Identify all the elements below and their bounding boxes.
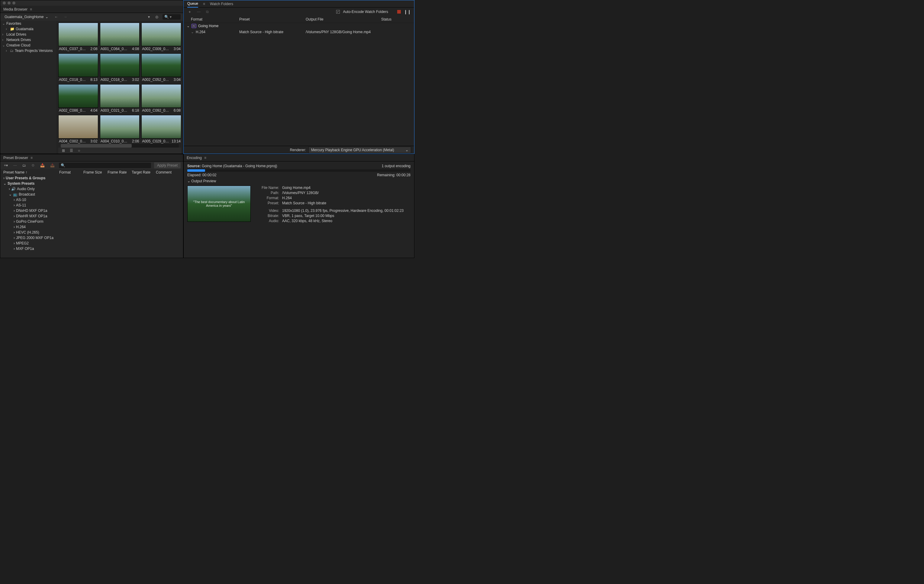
search-input[interactable]: 🔍 ▾ [163, 14, 181, 20]
clip-thumbnail [141, 84, 181, 108]
clip-thumbnail [141, 115, 181, 138]
preset-mxf[interactable]: ›MXF OP1a [0, 246, 183, 252]
creative-cloud-node[interactable]: ⌄Creative Cloud [0, 43, 56, 48]
add-source-icon[interactable]: ＋ [186, 9, 193, 15]
auto-encode-label: Auto-Encode Watch Folders [343, 10, 388, 14]
media-tree: ⌄Favorites ›📁Guatamala ›Local Drives ›Ne… [0, 21, 56, 154]
media-browser-panel: Media Browser ≡ Guatemala_GoingHome ⌄ ← … [0, 0, 183, 154]
local-drives-node[interactable]: ›Local Drives [0, 32, 56, 37]
preset-broadcast[interactable]: ⌄📺Broadcast [0, 192, 183, 197]
clip-item[interactable]: A002_C018_0922...3:02 [100, 53, 140, 82]
ingest-icon[interactable]: ◎ [154, 14, 160, 20]
stop-button[interactable] [397, 10, 401, 13]
renderer-select[interactable]: Mercury Playback Engine GPU Acceleration… [309, 147, 411, 153]
export-preset-icon[interactable]: 📤 [49, 163, 56, 168]
clip-name: A005_C029_0925... [142, 139, 169, 143]
preset-browser-panel: Preset Browser ≡ +▾ — 🗂 ⚙ 📥 📤 🔍 Apply Pr… [0, 154, 183, 258]
project-dropdown[interactable]: Guatemala_GoingHome ⌄ [3, 14, 50, 20]
encoding-panel: Encoding ≡ Source: Going Home (Guatamala… [183, 154, 414, 258]
queue-group[interactable]: ⌄ Pr Going Home [184, 23, 414, 29]
clip-item[interactable]: A001_C037_0921...2:08 [58, 23, 98, 52]
apply-preset-button[interactable]: Apply Preset [154, 162, 181, 168]
encoding-title: Encoding [186, 156, 202, 160]
pause-button[interactable]: ❙❙ [404, 9, 411, 14]
sort-up-icon[interactable]: ↑ [25, 170, 27, 174]
add-preset-icon[interactable]: +▾ [3, 163, 9, 168]
clip-duration: 6:18 [132, 109, 139, 113]
encoding-progress [187, 169, 411, 172]
horizontal-scrollbar[interactable] [61, 144, 179, 148]
clip-item[interactable]: A003_C092_0923...6:08 [141, 84, 181, 113]
team-projects-node[interactable]: ›🗂Team Projects Versions [0, 48, 56, 53]
duplicate-icon[interactable]: ⧉ [205, 9, 210, 15]
output-preview-thumbnail: "The best documentary about Latin Americ… [187, 186, 251, 222]
window-titlebar [0, 0, 183, 6]
user-presets-node[interactable]: ›User Presets & Groups [0, 175, 183, 181]
panel-menu-icon[interactable]: ≡ [204, 156, 206, 160]
import-preset-icon[interactable]: 📥 [39, 163, 46, 168]
clip-item[interactable]: A002_C086_0922...4:04 [58, 84, 98, 113]
clip-name: A002_C086_0922... [59, 109, 86, 113]
list-view-icon[interactable]: ☰ [69, 148, 74, 153]
media-browser-toolbar: Guatemala_GoingHome ⌄ ← → ▾ ◎ 🔍 ▾ [0, 13, 183, 21]
folder-icon: 📁 [10, 27, 15, 31]
favorites-node[interactable]: ⌄Favorites [0, 21, 56, 26]
clip-item[interactable]: A001_C064_0922...4:08 [100, 23, 140, 52]
preset-mpeg2[interactable]: ›MPEG2 [0, 240, 183, 246]
clip-item[interactable]: A005_C029_0925...13:14 [141, 115, 181, 144]
remove-icon[interactable]: — [196, 9, 202, 15]
auto-encode-checkbox[interactable] [336, 10, 340, 13]
clip-item[interactable]: A004_C010_0924...2:06 [100, 115, 140, 144]
preset-h264[interactable]: ›H.264 [0, 224, 183, 230]
preset-as11[interactable]: ›AS-11 [0, 202, 183, 208]
output-count: 1 output encoding [382, 164, 411, 168]
new-group-icon[interactable]: 🗂 [21, 163, 27, 168]
preset-audio-only[interactable]: ›🔊Audio Only [0, 186, 183, 192]
media-browser-title: Media Browser [3, 7, 28, 12]
min-dot[interactable] [8, 2, 11, 5]
clip-duration: 4:04 [90, 109, 97, 113]
icon-view-icon[interactable]: ⊞ [61, 148, 66, 153]
clip-thumbnail [141, 23, 181, 46]
panel-menu-icon[interactable]: ≡ [30, 7, 32, 12]
clip-item[interactable]: A002_C018_0922...8:13 [58, 53, 98, 82]
preset-settings-icon[interactable]: ⚙ [30, 163, 36, 168]
folder-guatamala[interactable]: ›📁Guatamala [0, 26, 56, 32]
filter-icon[interactable]: ▾ [147, 14, 151, 20]
tab-queue[interactable]: Queue [187, 0, 198, 8]
clip-name: A002_C018_0922... [59, 77, 86, 82]
queue-toolbar: ＋ — ⧉ Auto-Encode Watch Folders ❙❙ [184, 8, 414, 16]
clip-item[interactable]: A002_C052_0922...3:04 [141, 53, 181, 82]
preset-gopro[interactable]: ›GoPro CineForm [0, 219, 183, 224]
queue-menu-icon[interactable]: ≡ [203, 2, 205, 6]
network-drives-node[interactable]: ›Network Drives [0, 37, 56, 43]
clip-item[interactable]: A004_C002_0924...3:02 [58, 115, 98, 144]
preset-jpeg2000[interactable]: ›JPEG 2000 MXF OP1a [0, 235, 183, 240]
back-arrow-icon[interactable]: ← [53, 14, 59, 20]
source-label: Source: [187, 164, 201, 168]
clip-thumbnail [58, 115, 98, 138]
preset-search-input[interactable]: 🔍 [59, 163, 151, 168]
preset-toolbar: +▾ — 🗂 ⚙ 📥 📤 🔍 Apply Preset [0, 161, 183, 169]
chevron-down-icon: ⌄ [405, 148, 408, 152]
remove-preset-icon[interactable]: — [12, 163, 18, 168]
thumbnail-size-icon[interactable]: ○ [77, 148, 81, 153]
close-dot[interactable] [3, 2, 6, 5]
panel-menu-icon[interactable]: ≡ [31, 156, 33, 160]
preset-dnxhd[interactable]: ›DNxHD MXF OP1a [0, 208, 183, 213]
preset-as10[interactable]: ›AS-10 [0, 197, 183, 202]
system-presets-node[interactable]: ⌄System Presets [0, 181, 183, 186]
preset-dnxhr[interactable]: ›DNxHR MXF OP1a [0, 213, 183, 219]
clip-duration: 4:08 [132, 47, 139, 51]
chevron-down-icon[interactable]: ⌄ [187, 179, 190, 183]
forward-arrow-icon[interactable]: → [62, 14, 68, 20]
clip-item[interactable]: A003_C021_0923...6:18 [100, 84, 140, 113]
queue-item[interactable]: ⌄H.264 Match Source - High bitrate /Volu… [184, 29, 414, 35]
premiere-badge-icon: Pr [191, 24, 196, 28]
queue-columns: Format Preset Output File Status [184, 16, 414, 23]
clip-item[interactable]: A002_C009_09222...3:04 [141, 23, 181, 52]
preset-hevc[interactable]: ›HEVC (H.265) [0, 230, 183, 235]
clip-name: A001_C064_0922... [101, 47, 128, 51]
tab-watch-folders[interactable]: Watch Folders [210, 1, 233, 7]
max-dot[interactable] [12, 2, 15, 5]
